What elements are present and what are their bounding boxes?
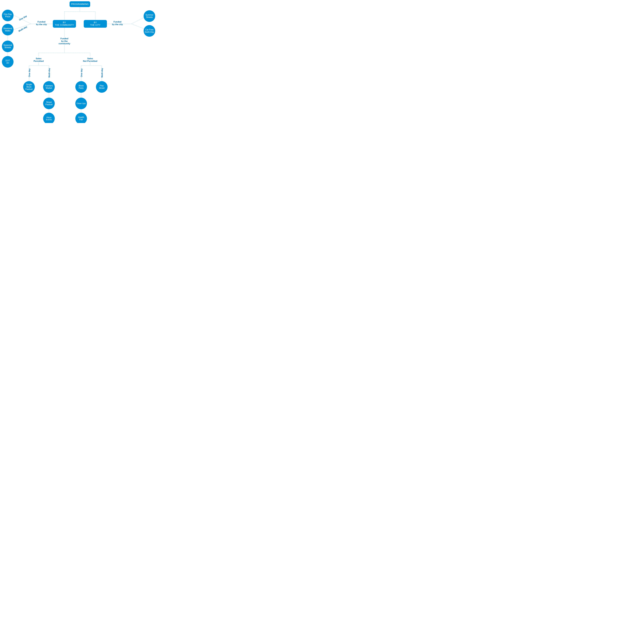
node-block-party: Block Party xyxy=(75,81,87,93)
node-programming: PROGRAMMING xyxy=(70,1,90,7)
node-plaza-events: Plaza Events xyxy=(43,113,55,123)
node-street-festival: Street Festival xyxy=(43,98,55,109)
node-health-fair: Health Fair xyxy=(75,113,87,123)
label-sales-permitted: Sales Permitted xyxy=(33,57,44,62)
diagram-stage: PROGRAMMING BY THE COMMUNITY BY THE CITY… xyxy=(0,0,158,123)
node-seasonal-streets: Seasonal Streets xyxy=(2,41,14,52)
label-one-day-left: One day xyxy=(19,15,27,21)
label-funded-by-city-left: Funded by the city xyxy=(36,21,47,26)
label-funded-by-city-right: Funded by the city xyxy=(112,21,123,26)
node-weekend-walks: Weekend Walks xyxy=(2,24,14,35)
node-farmers-market: Farmers Market xyxy=(43,81,55,93)
node-summer-streets: Summer Streets xyxy=(144,10,155,22)
label-one-day-sp: One day xyxy=(28,68,31,77)
node-play-street: Play Street xyxy=(96,81,108,93)
node-car-free-earth-day: Car Free Earth Day xyxy=(144,25,155,37)
label-multi-day-left: Multi-day xyxy=(18,26,28,32)
node-by-community: BY THE COMMUNITY xyxy=(53,20,76,28)
label-multi-day-snp: Multi-day xyxy=(101,68,103,78)
node-clean-ups: Clean Ups xyxy=(75,98,87,109)
node-by-city: BY THE CITY xyxy=(84,20,107,28)
node-single-block-festival: Single Block Festival xyxy=(23,81,35,93)
label-funded-by-community: Funded by the community xyxy=(55,37,73,45)
label-multi-day-sp: Multi-day xyxy=(48,68,51,78)
node-dot-art: DOT Art xyxy=(2,56,14,68)
label-sales-not-permitted: Sales Not Permitted xyxy=(82,57,98,62)
node-one-day-plaza: One Day Plaza xyxy=(2,10,14,21)
label-one-day-snp: One day xyxy=(80,68,83,77)
